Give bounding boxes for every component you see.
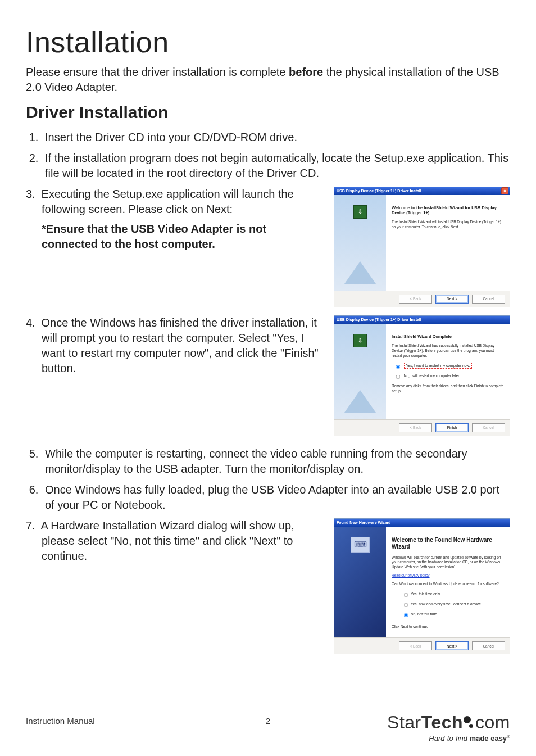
wizard2-heading: InstallShield Wizard Complete	[392, 334, 504, 339]
finish-button[interactable]: Finish	[435, 423, 469, 432]
section-heading: Driver Installation	[26, 103, 510, 122]
wizard3-radio1-label: Yes, this time only	[411, 592, 440, 596]
step-4: 4. Once the Windows has finished the dri…	[42, 315, 325, 376]
chevron-up-icon	[344, 261, 376, 284]
back-button: < Back	[399, 295, 432, 304]
logo-part-b: Tech	[421, 712, 463, 732]
logo-part-a: Star	[387, 712, 421, 732]
radio-restart-later[interactable]: No, I will restart my computer later.	[392, 372, 504, 381]
next-button[interactable]: Next >	[435, 295, 469, 304]
restart-options: Yes, I want to restart my computer now. …	[392, 361, 504, 381]
wizard2-radio1-label: Yes, I want to restart my computer now.	[404, 363, 473, 369]
registered-mark: ®	[507, 734, 510, 739]
wizard2-title: USB Display Device (Trigger 1+) Driver I…	[337, 318, 421, 322]
wizard3-body2: Can Windows connect to Windows Update to…	[392, 582, 504, 587]
cancel-button[interactable]: Cancel	[472, 295, 505, 304]
page-title: Installation	[26, 27, 510, 58]
installer-icon: ⇩	[353, 205, 367, 219]
logo-dots-icon	[464, 716, 475, 730]
privacy-policy-link[interactable]: Read our privacy policy	[392, 573, 430, 577]
radio-yes-once[interactable]: Yes, this time only	[399, 590, 504, 599]
intro-text-bold: before	[289, 66, 323, 78]
back-button: < Back	[399, 423, 432, 432]
logo-part-c: com	[475, 712, 510, 732]
step-2: If the installation program does not beg…	[42, 151, 510, 181]
step-5: While the computer is restarting, connec…	[42, 446, 510, 477]
radio-input[interactable]	[396, 375, 401, 379]
cancel-button: Cancel	[472, 423, 505, 432]
step-1: Insert the Driver CD into your CD/DVD-RO…	[42, 130, 510, 145]
footer-label: Instruction Manual	[26, 716, 95, 726]
wizard3-radio2-label: Yes, now and every time I connect a devi…	[411, 602, 481, 606]
wizard3-heading: Welcome to the Found New Hardware Wizard	[392, 537, 504, 551]
radio-input[interactable]	[404, 603, 408, 608]
radio-input[interactable]	[404, 593, 408, 597]
step-6: Once Windows has fully loaded, plug the …	[42, 482, 510, 513]
startech-logo: StarTechcom Hard-to-find made easy®	[387, 712, 510, 743]
page-number: 2	[266, 716, 270, 726]
step-3: 3. Executing the Setup.exe application w…	[42, 187, 325, 217]
radio-input[interactable]	[396, 365, 401, 369]
radio-no[interactable]: No, not this time	[399, 610, 504, 619]
step-7-text: A Hardware Installation Wizard dialog wi…	[40, 519, 294, 562]
steps-list: Insert the Driver CD into your CD/DVD-RO…	[26, 130, 510, 181]
intro-text-pre: Please ensure that the driver installati…	[26, 66, 289, 78]
back-button: < Back	[399, 641, 432, 650]
step-3-note: *Ensure that the USB Video Adapter is no…	[42, 221, 325, 252]
windows-update-options: Yes, this time only Yes, now and every t…	[399, 590, 504, 619]
step-4-number: 4.	[26, 315, 38, 331]
wizard3-title: Found New Hardware Wizard	[337, 520, 390, 524]
chevron-up-icon	[344, 390, 376, 413]
step-3-number: 3.	[26, 187, 38, 202]
wizard1-body: The InstallShield Wizard will install US…	[392, 220, 504, 230]
step-7: 7. A Hardware Installation Wizard dialog…	[42, 518, 325, 564]
radio-yes-always[interactable]: Yes, now and every time I connect a devi…	[399, 600, 504, 609]
wizard3-radio3-label: No, not this time	[411, 612, 437, 616]
cancel-button[interactable]: Cancel	[472, 641, 505, 650]
wizard3-body3: Click Next to continue.	[392, 624, 504, 630]
radio-restart-now[interactable]: Yes, I want to restart my computer now.	[392, 361, 504, 370]
wizard2-body: The InstallShield Wizard has successfull…	[392, 343, 504, 358]
step-3-text: Executing the Setup.exe application will…	[42, 188, 294, 215]
tagline-a: Hard-to-find	[429, 734, 469, 743]
wizard1-title: USB Display Device (Trigger 1+) Driver I…	[337, 189, 421, 193]
steps-list-cont: While the computer is restarting, connec…	[26, 446, 510, 513]
next-button[interactable]: Next >	[435, 641, 469, 650]
installshield-complete-dialog: USB Display Device (Trigger 1+) Driver I…	[334, 315, 510, 436]
installshield-welcome-dialog: USB Display Device (Trigger 1+) Driver I…	[334, 187, 510, 307]
found-new-hardware-dialog: Found New Hardware Wizard ⌨ Welcome to t…	[334, 518, 510, 655]
radio-input[interactable]	[404, 613, 408, 618]
wizard3-body1: Windows will search for current and upda…	[392, 555, 504, 570]
hardware-wizard-icon: ⌨	[351, 537, 370, 553]
installer-icon: ⇩	[353, 334, 367, 347]
close-icon[interactable]: ×	[501, 187, 508, 194]
wizard2-body2: Remove any disks from their drives, and …	[392, 384, 504, 394]
wizard2-radio2-label: No, I will restart my computer later.	[404, 374, 460, 378]
step-4-text: Once the Windows has finished the driver…	[42, 316, 319, 374]
tagline-b: made easy	[470, 734, 507, 743]
wizard1-heading: Welcome to the InstallShield Wizard for …	[392, 205, 504, 216]
step-7-number: 7.	[26, 518, 38, 533]
intro-paragraph: Please ensure that the driver installati…	[26, 65, 510, 95]
